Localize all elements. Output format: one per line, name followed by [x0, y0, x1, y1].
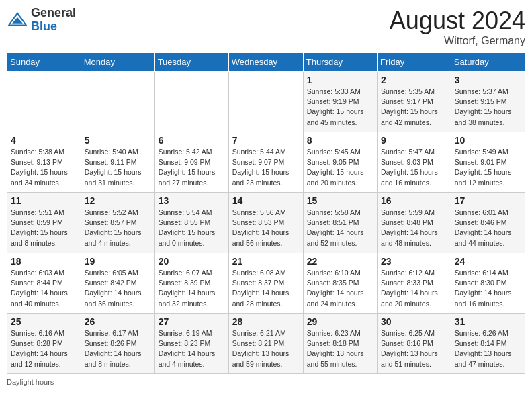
day-cell: 31Sunrise: 6:26 AM Sunset: 8:14 PM Dayli… [451, 314, 525, 374]
day-cell: 10Sunrise: 5:49 AM Sunset: 9:01 PM Dayli… [451, 132, 525, 193]
day-number: 20 [159, 256, 225, 267]
day-info: Sunrise: 6:10 AM Sunset: 8:35 PM Dayligh… [307, 268, 373, 309]
day-info: Sunrise: 6:19 AM Sunset: 8:23 PM Dayligh… [159, 328, 225, 369]
day-number: 22 [307, 256, 373, 267]
daylight-hours-label: Daylight hours [7, 378, 54, 386]
day-cell: 5Sunrise: 5:40 AM Sunset: 9:11 PM Daylig… [81, 132, 154, 193]
day-info: Sunrise: 6:08 AM Sunset: 8:37 PM Dayligh… [232, 268, 300, 309]
day-number: 7 [232, 135, 300, 146]
day-number: 5 [85, 135, 151, 146]
day-cell: 17Sunrise: 6:01 AM Sunset: 8:46 PM Dayli… [451, 193, 525, 253]
day-info: Sunrise: 5:51 AM Sunset: 8:59 PM Dayligh… [11, 208, 77, 248]
day-cell: 4Sunrise: 5:38 AM Sunset: 9:13 PM Daylig… [7, 132, 81, 193]
day-cell [7, 72, 81, 132]
day-number: 9 [381, 135, 447, 146]
day-cell: 27Sunrise: 6:19 AM Sunset: 8:23 PM Dayli… [154, 314, 228, 374]
day-number: 26 [85, 316, 151, 327]
day-info: Sunrise: 5:58 AM Sunset: 8:51 PM Dayligh… [307, 208, 373, 248]
day-cell: 14Sunrise: 5:56 AM Sunset: 8:53 PM Dayli… [228, 193, 303, 253]
day-cell: 23Sunrise: 6:12 AM Sunset: 8:33 PM Dayli… [378, 253, 451, 314]
day-info: Sunrise: 5:54 AM Sunset: 8:55 PM Dayligh… [159, 208, 225, 248]
week-row-4: 18Sunrise: 6:03 AM Sunset: 8:44 PM Dayli… [7, 253, 525, 314]
day-cell: 26Sunrise: 6:17 AM Sunset: 8:26 PM Dayli… [81, 314, 154, 374]
day-number: 3 [455, 75, 521, 85]
day-info: Sunrise: 6:07 AM Sunset: 8:39 PM Dayligh… [159, 268, 225, 309]
day-number: 29 [307, 316, 373, 327]
month-year: August 2024 [390, 7, 525, 35]
day-cell [228, 72, 303, 132]
calendar-table: SundayMondayTuesdayWednesdayThursdayFrid… [7, 52, 525, 374]
day-number: 19 [85, 256, 151, 267]
day-number: 4 [11, 135, 77, 146]
days-header-row: SundayMondayTuesdayWednesdayThursdayFrid… [7, 53, 525, 72]
day-number: 24 [455, 256, 521, 267]
day-number: 31 [455, 316, 521, 327]
day-header-tuesday: Tuesday [154, 53, 228, 72]
day-number: 28 [232, 316, 300, 327]
day-info: Sunrise: 5:49 AM Sunset: 9:01 PM Dayligh… [455, 147, 521, 188]
day-cell: 25Sunrise: 6:16 AM Sunset: 8:28 PM Dayli… [7, 314, 81, 374]
week-row-2: 4Sunrise: 5:38 AM Sunset: 9:13 PM Daylig… [7, 132, 525, 193]
day-number: 12 [85, 195, 151, 206]
day-number: 23 [381, 256, 447, 267]
day-header-sunday: Sunday [7, 53, 81, 72]
day-cell: 8Sunrise: 5:45 AM Sunset: 9:05 PM Daylig… [303, 132, 377, 193]
day-info: Sunrise: 5:47 AM Sunset: 9:03 PM Dayligh… [381, 147, 447, 188]
day-cell: 24Sunrise: 6:14 AM Sunset: 8:30 PM Dayli… [451, 253, 525, 314]
day-cell: 9Sunrise: 5:47 AM Sunset: 9:03 PM Daylig… [378, 132, 451, 193]
day-header-saturday: Saturday [451, 53, 525, 72]
week-row-5: 25Sunrise: 6:16 AM Sunset: 8:28 PM Dayli… [7, 314, 525, 374]
day-info: Sunrise: 6:01 AM Sunset: 8:46 PM Dayligh… [455, 208, 521, 248]
day-info: Sunrise: 5:37 AM Sunset: 9:15 PM Dayligh… [455, 87, 521, 128]
day-cell: 15Sunrise: 5:58 AM Sunset: 8:51 PM Dayli… [303, 193, 377, 253]
day-number: 1 [307, 75, 373, 85]
header: General Blue August 2024 Wittorf, German… [7, 7, 525, 47]
day-number: 27 [159, 316, 225, 327]
day-cell: 30Sunrise: 6:25 AM Sunset: 8:16 PM Dayli… [378, 314, 451, 374]
day-info: Sunrise: 5:52 AM Sunset: 8:57 PM Dayligh… [85, 208, 151, 248]
day-info: Sunrise: 6:23 AM Sunset: 8:18 PM Dayligh… [307, 328, 373, 369]
day-info: Sunrise: 5:45 AM Sunset: 9:05 PM Dayligh… [307, 147, 373, 188]
day-cell: 18Sunrise: 6:03 AM Sunset: 8:44 PM Dayli… [7, 253, 81, 314]
day-number: 18 [11, 256, 77, 267]
day-cell: 21Sunrise: 6:08 AM Sunset: 8:37 PM Dayli… [228, 253, 303, 314]
logo-general: General [31, 6, 76, 19]
footer-note: Daylight hours [7, 378, 525, 386]
day-number: 21 [232, 256, 300, 267]
day-cell: 3Sunrise: 5:37 AM Sunset: 9:15 PM Daylig… [451, 72, 525, 132]
day-header-monday: Monday [81, 53, 154, 72]
day-cell [81, 72, 154, 132]
day-number: 14 [232, 195, 300, 206]
day-cell: 22Sunrise: 6:10 AM Sunset: 8:35 PM Dayli… [303, 253, 377, 314]
day-cell: 29Sunrise: 6:23 AM Sunset: 8:18 PM Dayli… [303, 314, 377, 374]
day-cell: 16Sunrise: 5:59 AM Sunset: 8:48 PM Dayli… [378, 193, 451, 253]
day-cell: 6Sunrise: 5:42 AM Sunset: 9:09 PM Daylig… [154, 132, 228, 193]
day-cell: 12Sunrise: 5:52 AM Sunset: 8:57 PM Dayli… [81, 193, 154, 253]
day-info: Sunrise: 6:26 AM Sunset: 8:14 PM Dayligh… [455, 328, 521, 369]
day-info: Sunrise: 5:33 AM Sunset: 9:19 PM Dayligh… [307, 87, 373, 128]
day-info: Sunrise: 5:44 AM Sunset: 9:07 PM Dayligh… [232, 147, 300, 188]
day-info: Sunrise: 6:05 AM Sunset: 8:42 PM Dayligh… [85, 268, 151, 309]
day-info: Sunrise: 6:14 AM Sunset: 8:30 PM Dayligh… [455, 268, 521, 309]
day-number: 11 [11, 195, 77, 206]
day-cell: 20Sunrise: 6:07 AM Sunset: 8:39 PM Dayli… [154, 253, 228, 314]
day-info: Sunrise: 5:42 AM Sunset: 9:09 PM Dayligh… [159, 147, 225, 188]
day-info: Sunrise: 6:12 AM Sunset: 8:33 PM Dayligh… [381, 268, 447, 309]
day-cell [154, 72, 228, 132]
day-number: 2 [381, 75, 447, 85]
day-info: Sunrise: 6:17 AM Sunset: 8:26 PM Dayligh… [85, 328, 151, 369]
week-row-3: 11Sunrise: 5:51 AM Sunset: 8:59 PM Dayli… [7, 193, 525, 253]
title-area: August 2024 Wittorf, Germany [390, 7, 525, 47]
day-info: Sunrise: 6:25 AM Sunset: 8:16 PM Dayligh… [381, 328, 447, 369]
day-number: 6 [159, 135, 225, 146]
day-number: 17 [455, 195, 521, 206]
day-info: Sunrise: 5:40 AM Sunset: 9:11 PM Dayligh… [85, 147, 151, 188]
day-info: Sunrise: 6:16 AM Sunset: 8:28 PM Dayligh… [11, 328, 77, 369]
location: Wittorf, Germany [390, 35, 525, 47]
day-cell: 11Sunrise: 5:51 AM Sunset: 8:59 PM Dayli… [7, 193, 81, 253]
day-number: 30 [381, 316, 447, 327]
week-row-1: 1Sunrise: 5:33 AM Sunset: 9:19 PM Daylig… [7, 72, 525, 132]
day-number: 10 [455, 135, 521, 146]
day-info: Sunrise: 6:21 AM Sunset: 8:21 PM Dayligh… [232, 328, 300, 369]
day-info: Sunrise: 6:03 AM Sunset: 8:44 PM Dayligh… [11, 268, 77, 309]
